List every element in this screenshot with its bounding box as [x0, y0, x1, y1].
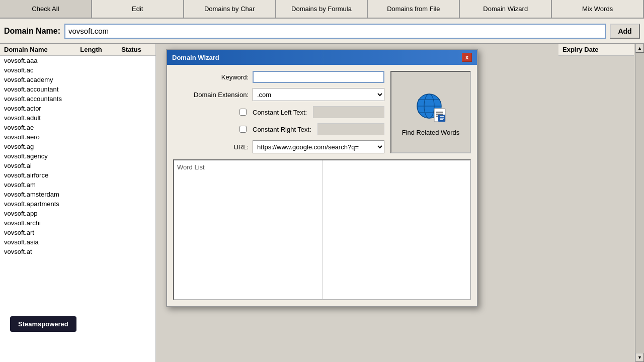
right-scrollbar[interactable]: ▲ ▼ — [635, 44, 644, 362]
domain-ext-label: Domain Extension: — [173, 91, 249, 99]
find-related-button[interactable]: Find Related Words — [390, 71, 471, 153]
list-item[interactable]: vovsoft.academy — [0, 75, 155, 84]
toolbar-check-all[interactable]: Check All — [0, 0, 92, 18]
const-left-input — [313, 106, 384, 118]
scrollbar-down-btn[interactable]: ▼ — [635, 353, 644, 362]
domain-bar: Domain Name: Add — [0, 19, 644, 44]
toolbar-domain-wizard[interactable]: Domain Wizard — [460, 0, 552, 18]
list-item[interactable]: vovsoft.ae — [0, 123, 155, 132]
url-select[interactable]: https://www.google.com/search?q= — [253, 140, 384, 153]
list-item[interactable]: vovsoft.agency — [0, 151, 155, 161]
list-item[interactable]: vovsoft.archi — [0, 218, 155, 228]
word-list-label: Word List — [177, 163, 319, 171]
list-item[interactable]: vovsoft.ac — [0, 65, 155, 75]
col-domain-name: Domain Name — [4, 46, 71, 53]
list-item[interactable]: vovsoft.art — [0, 228, 155, 237]
col-length: Length — [71, 46, 111, 53]
main-area: Domain Name Length Status vovsoft.aaavov… — [0, 44, 644, 362]
list-item[interactable]: vovsoft.adult — [0, 113, 155, 123]
list-item[interactable]: vovsoft.airforce — [0, 170, 155, 180]
const-left-checkbox[interactable] — [239, 109, 247, 116]
list-item[interactable]: vovsoft.ai — [0, 161, 155, 170]
domain-wizard-modal: Domain Wizard x Keyword: Domain Extensio… — [166, 49, 478, 307]
modal-body: Keyword: Domain Extension: .com .net .or… — [167, 65, 477, 159]
list-item[interactable]: vovsoft.actor — [0, 104, 155, 113]
scrollbar-up-btn[interactable]: ▲ — [635, 44, 644, 53]
const-right-row: Constant Right Text: — [173, 123, 384, 135]
keyword-row: Keyword: — [173, 71, 384, 83]
const-right-checkbox[interactable] — [239, 126, 247, 133]
word-list-area: Word List — [173, 159, 471, 300]
add-button[interactable]: Add — [610, 24, 640, 39]
list-item[interactable]: vovsoft.accountants — [0, 94, 155, 104]
word-list-left: Word List — [174, 160, 323, 299]
toolbar-mix-words[interactable]: Mix Words — [552, 0, 644, 18]
steam-badge: Steamspowered — [10, 316, 76, 332]
list-item[interactable]: vovsoft.apartments — [0, 199, 155, 209]
keyword-input[interactable] — [253, 71, 384, 83]
modal-title: Domain Wizard — [172, 54, 219, 61]
list-item[interactable]: vovsoft.ag — [0, 142, 155, 151]
const-left-row: Constant Left Text: — [173, 106, 384, 118]
list-item[interactable]: vovsoft.at — [0, 247, 155, 256]
expiry-date-header: Expiry Date — [558, 44, 634, 56]
find-related-icon — [413, 88, 448, 124]
toolbar-domains-by-char[interactable]: Domains by Char — [184, 0, 276, 18]
scrollbar-track[interactable] — [635, 53, 644, 353]
const-right-label: Constant Right Text: — [253, 126, 311, 133]
list-item[interactable]: vovsoft.aaa — [0, 56, 155, 65]
url-label: URL: — [173, 143, 249, 151]
find-related-label: Find Related Words — [402, 129, 460, 136]
list-item[interactable]: vovsoft.amsterdam — [0, 190, 155, 199]
url-row: URL: https://www.google.com/search?q= — [173, 140, 384, 153]
domain-bar-label: Domain Name: — [4, 27, 60, 36]
domain-ext-row: Domain Extension: .com .net .org .io .co… — [173, 88, 384, 101]
toolbar-domains-from-file[interactable]: Domains from File — [368, 0, 460, 18]
domain-name-input[interactable] — [64, 24, 606, 39]
list-item[interactable]: vovsoft.asia — [0, 237, 155, 247]
modal-form: Keyword: Domain Extension: .com .net .or… — [173, 71, 384, 153]
domain-list-area: Domain Name Length Status vovsoft.aaavov… — [0, 44, 156, 362]
domain-ext-select[interactable]: .com .net .org .io .co .info — [253, 88, 384, 101]
toolbar: Check All Edit Domains by Char Domains b… — [0, 0, 644, 19]
modal-titlebar: Domain Wizard x — [167, 50, 477, 65]
list-item[interactable]: vovsoft.accountant — [0, 84, 155, 94]
domain-list-header: Domain Name Length Status — [0, 44, 155, 56]
modal-close-button[interactable]: x — [462, 53, 472, 62]
list-item[interactable]: vovsoft.aero — [0, 132, 155, 142]
list-item[interactable]: vovsoft.am — [0, 180, 155, 190]
toolbar-edit[interactable]: Edit — [92, 0, 184, 18]
toolbar-domains-by-formula[interactable]: Domains by Formula — [276, 0, 368, 18]
word-list-right — [323, 160, 470, 299]
col-status: Status — [111, 46, 151, 53]
const-right-input — [317, 123, 384, 135]
keyword-label: Keyword: — [173, 73, 249, 81]
const-left-label: Constant Left Text: — [253, 109, 307, 116]
list-item[interactable]: vovsoft.app — [0, 209, 155, 218]
